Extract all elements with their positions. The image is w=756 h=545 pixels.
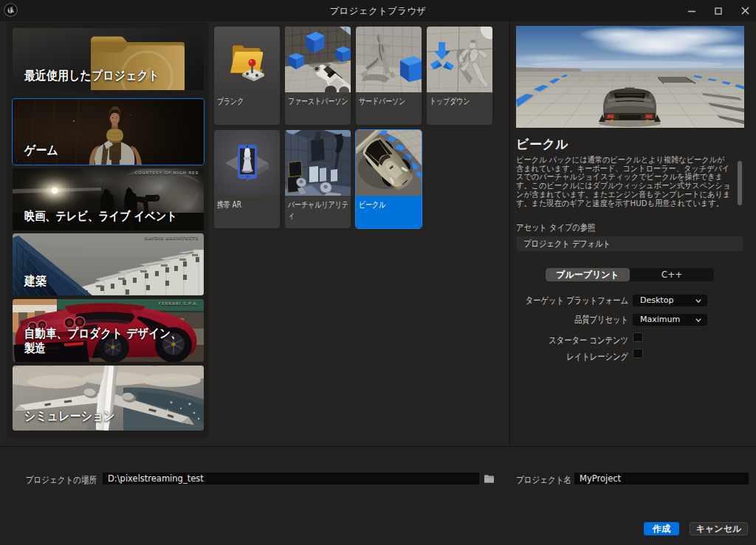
vehicle-thumbnail (356, 130, 422, 196)
starter-content-label: スターター コンテンツ (489, 335, 628, 347)
browse-folder-icon[interactable] (483, 474, 495, 484)
raytracing-checkbox[interactable] (633, 349, 643, 358)
project-browser-window: プロジェクトブラウザ (0, 0, 756, 545)
handheld-ar-thumbnail (214, 130, 280, 196)
asset-type-value: プロジェクト デフォルト (523, 236, 611, 251)
cpp-toggle-option[interactable]: C++ (630, 268, 714, 281)
category-label: 最近使用したプロジェクト (24, 68, 185, 83)
project-location-label: プロジェクトの場所 (21, 474, 97, 487)
quality-preset-dropdown[interactable]: Maximum (633, 314, 707, 326)
maximize-button[interactable] (707, 0, 729, 21)
template-label: ファーストパーソン (285, 92, 351, 125)
title-bar: プロジェクトブラウザ (0, 0, 756, 21)
template-label: トップダウン (427, 92, 492, 125)
category-games[interactable]: ゲーム (13, 99, 204, 165)
category-recent-projects[interactable]: 最近使用したプロジェクト (13, 28, 204, 90)
close-button[interactable] (734, 0, 756, 21)
minimize-button[interactable] (681, 0, 703, 21)
template-top-down[interactable]: トップダウン (427, 27, 492, 125)
image-credit: COURTESY OF HIGH RES (134, 171, 199, 175)
template-label: サードパーソン (356, 92, 422, 125)
category-architecture[interactable]: SAFDIE ARCHITECTS 建築 (13, 233, 204, 295)
category-label: 映画、テレビ、ライブ イベント (24, 209, 185, 224)
first-person-thumbnail (285, 27, 351, 92)
category-label: 自動車、プロダクト デザイン、製造 (24, 326, 185, 357)
asset-type-label: アセット タイプの参照 (516, 222, 595, 234)
footer-bar: プロジェクトの場所 D:\pixelstreaming_test プロジェクト名… (0, 446, 756, 545)
template-label: 携帯 AR (214, 196, 280, 228)
window-title: プロジェクトブラウザ (0, 5, 756, 18)
category-automotive[interactable]: FERRARI S.P.A. 自動車、プロダクト デザイン、製造 (13, 299, 204, 362)
target-platform-value: Desktop (640, 295, 673, 305)
minimize-icon (688, 7, 695, 15)
template-blank[interactable]: ブランク (214, 27, 280, 125)
template-virtual-reality[interactable]: バーチャルリアリティ (285, 130, 351, 228)
category-simulation[interactable]: シミュレーション (13, 366, 204, 431)
project-name-input[interactable]: MyProject (574, 473, 749, 484)
quality-preset-value: Maximum (640, 315, 680, 324)
chevron-down-icon (695, 318, 701, 323)
category-label: シミュレーション (24, 408, 185, 424)
chevron-down-icon (695, 298, 701, 304)
image-credit: SAFDIE ARCHITECTS (145, 236, 199, 240)
starter-content-checkbox[interactable] (633, 332, 643, 342)
blank-thumbnail (214, 27, 280, 92)
close-icon (741, 7, 749, 15)
asset-type-combobox[interactable]: プロジェクト デフォルト (517, 236, 743, 251)
third-person-thumbnail (356, 27, 422, 92)
blueprint-toggle-option[interactable]: ブループリント (546, 268, 630, 281)
template-vehicle[interactable]: ビークル (356, 130, 422, 228)
quality-preset-label: 品質プリセット (489, 314, 628, 326)
category-label: ゲーム (24, 143, 185, 158)
template-third-person[interactable]: サードパーソン (356, 27, 422, 125)
project-name-label: プロジェクト名 (495, 474, 571, 487)
vehicle-preview-art (516, 26, 744, 128)
category-sidebar: 最近使用したプロジェクト (7, 22, 209, 438)
image-credit: FERRARI S.P.A. (159, 301, 199, 306)
template-detail-panel: ビークル ビークル パックには通常のビークルとより複雑なビークルが含まれています… (510, 21, 756, 446)
template-label: ビークル (356, 196, 422, 228)
top-down-thumbnail (427, 27, 492, 92)
template-label: バーチャルリアリティ (285, 196, 351, 228)
template-label: ブランク (214, 92, 280, 125)
raytracing-label: レイトレーシング (489, 351, 628, 363)
target-platform-dropdown[interactable]: Desktop (633, 295, 707, 306)
project-location-input[interactable]: D:\pixelstreaming_test (103, 473, 479, 484)
template-handheld-ar[interactable]: 携帯 AR (214, 130, 280, 228)
language-toggle: ブループリント C++ (546, 268, 714, 281)
template-first-person[interactable]: ファーストパーソン (285, 27, 351, 125)
template-preview-image (516, 26, 744, 128)
virtual-reality-thumbnail (285, 130, 351, 196)
description-scrollbar[interactable] (738, 161, 742, 205)
maximize-icon (715, 7, 722, 15)
target-platform-label: ターゲット プラットフォーム (489, 295, 628, 307)
category-film[interactable]: COURTESY OF HIGH RES 映画、テレビ、ライブ イベント (13, 168, 204, 230)
category-label: 建築 (24, 273, 185, 289)
template-title: ビークル (516, 136, 568, 153)
template-description: ビークル パックには通常のビークルとより複雑なビークルが含まれています。キーボー… (516, 156, 732, 208)
create-button[interactable]: 作成 (644, 522, 679, 535)
cancel-button[interactable]: キャンセル (690, 522, 748, 535)
